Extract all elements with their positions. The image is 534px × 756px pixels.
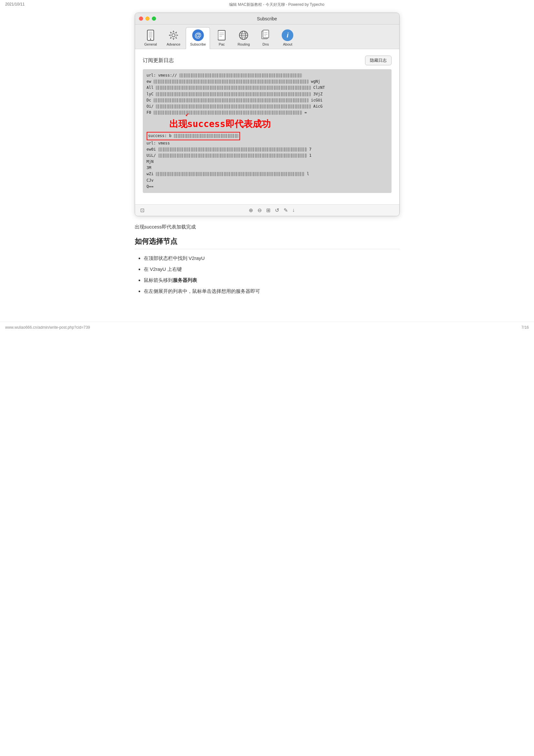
- list-item: 鼠标箭头移到服务器列表: [144, 276, 400, 284]
- at-icon: @: [192, 29, 204, 41]
- pac-label: Pac: [219, 42, 225, 46]
- hide-log-button[interactable]: 隐藏日志: [365, 56, 392, 65]
- page-title: 编辑 MAC新版教程 - 今天好无聊 - Powered by Typecho: [229, 2, 324, 8]
- log-line: url: vmess: [147, 140, 388, 147]
- window-body: 订阅更新日志 隐藏日志 url: vmess:// ew wgNj All: [135, 49, 399, 204]
- log-line: Dc icGUi: [147, 97, 388, 103]
- svg-point-2: [150, 39, 151, 40]
- toolbar-item-general[interactable]: General: [140, 27, 161, 49]
- log-line: url: vmess://: [147, 72, 388, 79]
- toolbar: General Advance @ Subscribe: [135, 25, 399, 49]
- info-icon: i: [282, 29, 293, 41]
- log-line: ew0i 7: [147, 147, 388, 152]
- close-button[interactable]: [139, 16, 143, 21]
- toolbar-item-routing[interactable]: Routing: [233, 27, 254, 49]
- log-line: Oi/ AicG: [147, 103, 388, 110]
- edit-icon[interactable]: ✎: [284, 207, 288, 213]
- about-label: About: [283, 42, 292, 46]
- zoom-in-icon[interactable]: ⊕: [249, 207, 253, 213]
- svg-rect-1: [149, 31, 152, 38]
- arrow-icon: ↙: [186, 111, 271, 117]
- minimize-button[interactable]: [145, 16, 150, 21]
- section-title: 如何选择节点: [135, 237, 400, 249]
- gear-icon: [168, 29, 179, 41]
- window-controls: [139, 16, 156, 21]
- files-icon: [260, 29, 271, 41]
- list-item: 在顶部状态栏中找到 V2rayU: [144, 255, 400, 262]
- subscribe-label: Subscribe: [190, 42, 206, 46]
- page-header: 2021/10/11 编辑 MAC新版教程 - 今天好无聊 - Powered …: [0, 0, 534, 9]
- log-line: CJv: [147, 177, 388, 184]
- success-annotation-text: 出现success即代表成功: [169, 117, 271, 132]
- dns-label: Dns: [263, 42, 269, 46]
- log-line: ew wgNj: [147, 79, 388, 85]
- general-label: General: [144, 42, 157, 46]
- footer-pagination: 7/16: [521, 325, 529, 330]
- log-line: All ClzNT: [147, 85, 388, 91]
- mac-window: Subscribe General: [135, 13, 400, 216]
- log-line: MjN: [147, 159, 388, 165]
- list-item: 在 V2rayU 上右键: [144, 265, 400, 273]
- bullet-list: 在顶部状态栏中找到 V2rayU 在 V2rayU 上右键 鼠标箭头移到服务器列…: [135, 255, 400, 295]
- success-line: success: b: [147, 132, 388, 140]
- toolbar-item-pac[interactable]: Pac: [211, 27, 232, 49]
- svg-rect-13: [263, 30, 269, 38]
- zoom-out-icon[interactable]: ⊖: [258, 207, 262, 213]
- advance-label: Advance: [167, 42, 181, 46]
- list-item: 在左侧展开的列表中，鼠标单击选择想用的服务器即可: [144, 287, 400, 295]
- log-header: 订阅更新日志 隐藏日志: [143, 56, 392, 65]
- routing-label: Routing: [238, 42, 250, 46]
- window-footer: ⊡ ⊕ ⊖ ⊞ ↺ ✎ ↓: [135, 204, 399, 216]
- screen-icon[interactable]: ⊡: [140, 207, 144, 213]
- svg-rect-5: [218, 30, 225, 40]
- log-line: UiL/ 1: [147, 152, 388, 159]
- footer-url: www.wuliao666.cn/admin/write-post.php?ci…: [5, 325, 90, 330]
- maximize-button[interactable]: [152, 16, 156, 21]
- log-line: lyC 3VjZ: [147, 91, 388, 97]
- log-line: Q==: [147, 184, 388, 190]
- toolbar-item-subscribe[interactable]: @ Subscribe: [186, 27, 210, 49]
- toolbar-item-dns[interactable]: Dns: [255, 27, 276, 49]
- grid-icon[interactable]: ⊞: [266, 207, 270, 213]
- log-line: wZi l: [147, 171, 388, 177]
- log-area[interactable]: url: vmess:// ew wgNj All ClzNT lyC 3VjZ: [143, 69, 392, 193]
- page-date: 2021/10/11: [5, 2, 25, 8]
- log-title: 订阅更新日志: [143, 57, 174, 64]
- toolbar-item-about[interactable]: i About: [277, 27, 298, 49]
- window-titlebar: Subscribe: [135, 13, 399, 25]
- phone-icon: [145, 29, 156, 41]
- log-line: 3M: [147, 165, 388, 171]
- download-icon[interactable]: ↓: [292, 207, 295, 213]
- toolbar-item-advance[interactable]: Advance: [163, 27, 185, 49]
- below-image-text: 出现success即代表加载完成: [135, 224, 400, 230]
- refresh-icon[interactable]: ↺: [275, 207, 279, 213]
- page-content: Subscribe General: [128, 9, 406, 312]
- globe-icon: [238, 29, 249, 41]
- page-footer: www.wuliao666.cn/admin/write-post.php?ci…: [0, 322, 534, 333]
- svg-point-3: [172, 34, 175, 37]
- window-title: Subscribe: [257, 16, 277, 21]
- book-icon: [216, 29, 227, 41]
